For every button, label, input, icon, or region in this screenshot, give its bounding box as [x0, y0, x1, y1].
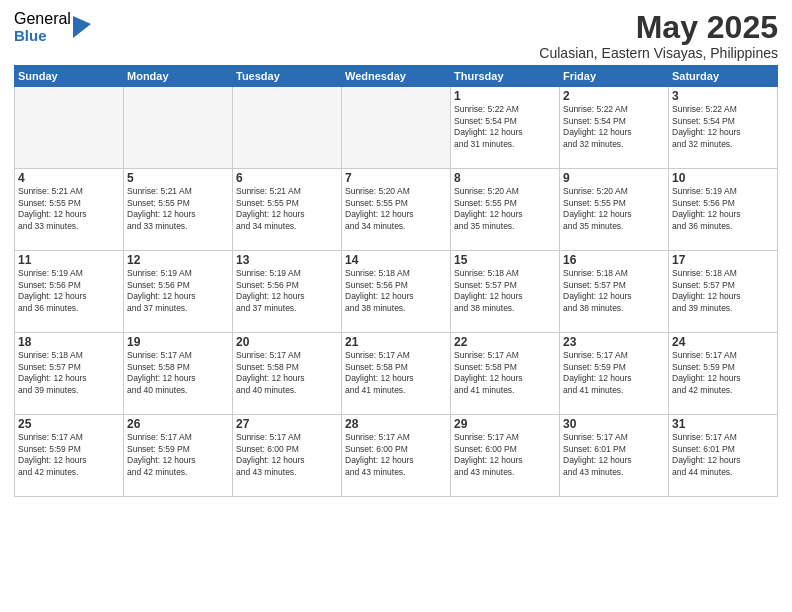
cell-info: Sunrise: 5:17 AM Sunset: 5:58 PM Dayligh…: [454, 350, 556, 396]
calendar-cell: 19Sunrise: 5:17 AM Sunset: 5:58 PM Dayli…: [124, 333, 233, 415]
calendar-cell: 12Sunrise: 5:19 AM Sunset: 5:56 PM Dayli…: [124, 251, 233, 333]
cell-info: Sunrise: 5:17 AM Sunset: 5:58 PM Dayligh…: [345, 350, 447, 396]
cell-info: Sunrise: 5:21 AM Sunset: 5:55 PM Dayligh…: [236, 186, 338, 232]
calendar-cell: 26Sunrise: 5:17 AM Sunset: 5:59 PM Dayli…: [124, 415, 233, 497]
weekday-header-row: SundayMondayTuesdayWednesdayThursdayFrid…: [15, 66, 778, 87]
day-number: 15: [454, 253, 556, 267]
cell-info: Sunrise: 5:21 AM Sunset: 5:55 PM Dayligh…: [18, 186, 120, 232]
cell-info: Sunrise: 5:17 AM Sunset: 5:59 PM Dayligh…: [127, 432, 229, 478]
day-number: 20: [236, 335, 338, 349]
day-number: 24: [672, 335, 774, 349]
day-number: 1: [454, 89, 556, 103]
calendar-cell: 5Sunrise: 5:21 AM Sunset: 5:55 PM Daylig…: [124, 169, 233, 251]
calendar-cell: 11Sunrise: 5:19 AM Sunset: 5:56 PM Dayli…: [15, 251, 124, 333]
day-number: 29: [454, 417, 556, 431]
cell-info: Sunrise: 5:17 AM Sunset: 5:58 PM Dayligh…: [127, 350, 229, 396]
day-number: 28: [345, 417, 447, 431]
day-number: 7: [345, 171, 447, 185]
cell-info: Sunrise: 5:17 AM Sunset: 5:58 PM Dayligh…: [236, 350, 338, 396]
calendar-cell: 27Sunrise: 5:17 AM Sunset: 6:00 PM Dayli…: [233, 415, 342, 497]
day-number: 16: [563, 253, 665, 267]
calendar-cell: 4Sunrise: 5:21 AM Sunset: 5:55 PM Daylig…: [15, 169, 124, 251]
location-text: Culasian, Eastern Visayas, Philippines: [539, 45, 778, 61]
calendar-cell: 21Sunrise: 5:17 AM Sunset: 5:58 PM Dayli…: [342, 333, 451, 415]
day-number: 18: [18, 335, 120, 349]
calendar-cell: 3Sunrise: 5:22 AM Sunset: 5:54 PM Daylig…: [669, 87, 778, 169]
calendar-week-row: 18Sunrise: 5:18 AM Sunset: 5:57 PM Dayli…: [15, 333, 778, 415]
weekday-header-friday: Friday: [560, 66, 669, 87]
cell-info: Sunrise: 5:17 AM Sunset: 6:01 PM Dayligh…: [672, 432, 774, 478]
calendar-cell: 17Sunrise: 5:18 AM Sunset: 5:57 PM Dayli…: [669, 251, 778, 333]
cell-info: Sunrise: 5:19 AM Sunset: 5:56 PM Dayligh…: [672, 186, 774, 232]
day-number: 11: [18, 253, 120, 267]
calendar-week-row: 4Sunrise: 5:21 AM Sunset: 5:55 PM Daylig…: [15, 169, 778, 251]
calendar-week-row: 11Sunrise: 5:19 AM Sunset: 5:56 PM Dayli…: [15, 251, 778, 333]
calendar-cell: 29Sunrise: 5:17 AM Sunset: 6:00 PM Dayli…: [451, 415, 560, 497]
logo-icon: [73, 16, 91, 38]
calendar-cell: 20Sunrise: 5:17 AM Sunset: 5:58 PM Dayli…: [233, 333, 342, 415]
cell-info: Sunrise: 5:22 AM Sunset: 5:54 PM Dayligh…: [454, 104, 556, 150]
cell-info: Sunrise: 5:17 AM Sunset: 5:59 PM Dayligh…: [18, 432, 120, 478]
day-number: 21: [345, 335, 447, 349]
cell-info: Sunrise: 5:22 AM Sunset: 5:54 PM Dayligh…: [672, 104, 774, 150]
cell-info: Sunrise: 5:20 AM Sunset: 5:55 PM Dayligh…: [563, 186, 665, 232]
svg-marker-0: [73, 16, 91, 38]
cell-info: Sunrise: 5:18 AM Sunset: 5:57 PM Dayligh…: [563, 268, 665, 314]
day-number: 30: [563, 417, 665, 431]
day-number: 23: [563, 335, 665, 349]
calendar-cell: 14Sunrise: 5:18 AM Sunset: 5:56 PM Dayli…: [342, 251, 451, 333]
calendar-cell: 6Sunrise: 5:21 AM Sunset: 5:55 PM Daylig…: [233, 169, 342, 251]
day-number: 4: [18, 171, 120, 185]
calendar-cell: 15Sunrise: 5:18 AM Sunset: 5:57 PM Dayli…: [451, 251, 560, 333]
calendar-cell: 28Sunrise: 5:17 AM Sunset: 6:00 PM Dayli…: [342, 415, 451, 497]
cell-info: Sunrise: 5:19 AM Sunset: 5:56 PM Dayligh…: [127, 268, 229, 314]
day-number: 3: [672, 89, 774, 103]
calendar-week-row: 1Sunrise: 5:22 AM Sunset: 5:54 PM Daylig…: [15, 87, 778, 169]
cell-info: Sunrise: 5:18 AM Sunset: 5:57 PM Dayligh…: [672, 268, 774, 314]
calendar-cell: 23Sunrise: 5:17 AM Sunset: 5:59 PM Dayli…: [560, 333, 669, 415]
calendar-cell: 31Sunrise: 5:17 AM Sunset: 6:01 PM Dayli…: [669, 415, 778, 497]
cell-info: Sunrise: 5:17 AM Sunset: 6:00 PM Dayligh…: [236, 432, 338, 478]
cell-info: Sunrise: 5:20 AM Sunset: 5:55 PM Dayligh…: [345, 186, 447, 232]
weekday-header-monday: Monday: [124, 66, 233, 87]
cell-info: Sunrise: 5:21 AM Sunset: 5:55 PM Dayligh…: [127, 186, 229, 232]
calendar-table: SundayMondayTuesdayWednesdayThursdayFrid…: [14, 65, 778, 497]
day-number: 31: [672, 417, 774, 431]
day-number: 8: [454, 171, 556, 185]
day-number: 9: [563, 171, 665, 185]
cell-info: Sunrise: 5:19 AM Sunset: 5:56 PM Dayligh…: [236, 268, 338, 314]
calendar-cell: 25Sunrise: 5:17 AM Sunset: 5:59 PM Dayli…: [15, 415, 124, 497]
header: General Blue May 2025 Culasian, Eastern …: [14, 10, 778, 61]
calendar-cell: 1Sunrise: 5:22 AM Sunset: 5:54 PM Daylig…: [451, 87, 560, 169]
weekday-header-tuesday: Tuesday: [233, 66, 342, 87]
month-year-title: May 2025: [539, 10, 778, 45]
cell-info: Sunrise: 5:17 AM Sunset: 6:01 PM Dayligh…: [563, 432, 665, 478]
calendar-cell: 16Sunrise: 5:18 AM Sunset: 5:57 PM Dayli…: [560, 251, 669, 333]
day-number: 12: [127, 253, 229, 267]
calendar-cell: 13Sunrise: 5:19 AM Sunset: 5:56 PM Dayli…: [233, 251, 342, 333]
day-number: 26: [127, 417, 229, 431]
cell-info: Sunrise: 5:17 AM Sunset: 5:59 PM Dayligh…: [563, 350, 665, 396]
cell-info: Sunrise: 5:20 AM Sunset: 5:55 PM Dayligh…: [454, 186, 556, 232]
cell-info: Sunrise: 5:17 AM Sunset: 6:00 PM Dayligh…: [345, 432, 447, 478]
cell-info: Sunrise: 5:17 AM Sunset: 6:00 PM Dayligh…: [454, 432, 556, 478]
day-number: 6: [236, 171, 338, 185]
cell-info: Sunrise: 5:18 AM Sunset: 5:56 PM Dayligh…: [345, 268, 447, 314]
weekday-header-sunday: Sunday: [15, 66, 124, 87]
day-number: 22: [454, 335, 556, 349]
calendar-cell: 8Sunrise: 5:20 AM Sunset: 5:55 PM Daylig…: [451, 169, 560, 251]
cell-info: Sunrise: 5:17 AM Sunset: 5:59 PM Dayligh…: [672, 350, 774, 396]
day-number: 19: [127, 335, 229, 349]
title-section: May 2025 Culasian, Eastern Visayas, Phil…: [539, 10, 778, 61]
calendar-week-row: 25Sunrise: 5:17 AM Sunset: 5:59 PM Dayli…: [15, 415, 778, 497]
page-container: General Blue May 2025 Culasian, Eastern …: [0, 0, 792, 507]
day-number: 25: [18, 417, 120, 431]
day-number: 14: [345, 253, 447, 267]
day-number: 17: [672, 253, 774, 267]
weekday-header-wednesday: Wednesday: [342, 66, 451, 87]
weekday-header-thursday: Thursday: [451, 66, 560, 87]
calendar-cell: 18Sunrise: 5:18 AM Sunset: 5:57 PM Dayli…: [15, 333, 124, 415]
day-number: 27: [236, 417, 338, 431]
cell-info: Sunrise: 5:19 AM Sunset: 5:56 PM Dayligh…: [18, 268, 120, 314]
calendar-cell: 22Sunrise: 5:17 AM Sunset: 5:58 PM Dayli…: [451, 333, 560, 415]
